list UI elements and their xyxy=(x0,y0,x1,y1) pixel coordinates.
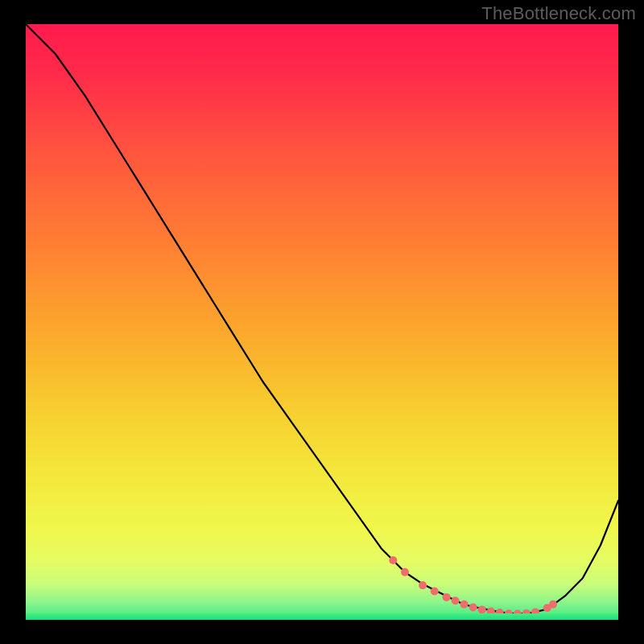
valley-marker xyxy=(478,605,486,613)
valley-marker xyxy=(505,609,513,617)
valley-marker xyxy=(469,604,477,612)
valley-marker xyxy=(487,608,495,616)
valley-marker xyxy=(431,588,439,596)
valley-marker xyxy=(389,556,397,564)
valley-marker xyxy=(401,568,409,576)
valley-marker xyxy=(452,597,460,605)
valley-marker xyxy=(549,601,557,609)
valley-marker xyxy=(514,610,522,618)
gradient-plot-area xyxy=(26,24,618,620)
valley-marker xyxy=(419,581,427,589)
bottleneck-curve xyxy=(26,24,618,614)
valley-marker xyxy=(496,609,504,617)
chart-stage: TheBottleneck.com xyxy=(0,0,644,644)
watermark-text: TheBottleneck.com xyxy=(481,3,636,24)
valley-marker xyxy=(522,609,530,617)
valley-marker xyxy=(443,593,451,601)
valley-marker-group xyxy=(389,556,557,618)
valley-marker xyxy=(531,608,539,616)
valley-marker xyxy=(460,601,469,609)
curve-layer xyxy=(26,24,618,620)
